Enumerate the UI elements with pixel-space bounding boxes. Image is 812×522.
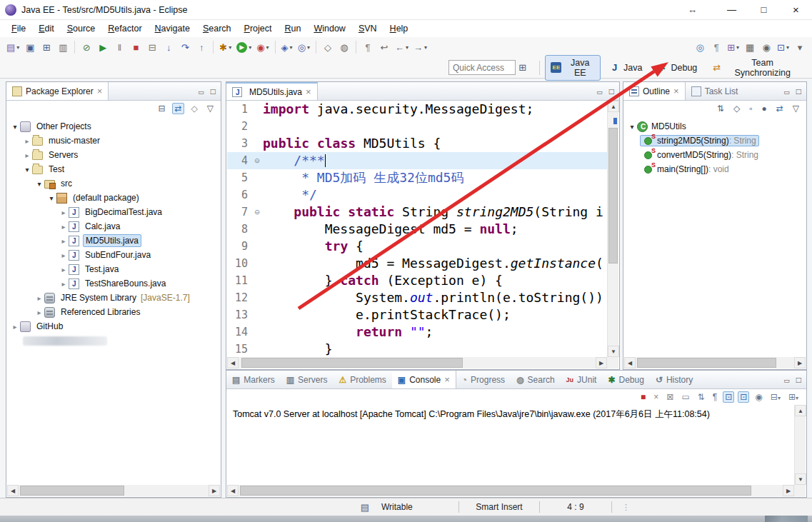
code-line-12[interactable]: 12 System.out.println(e.toString()) bbox=[227, 289, 607, 306]
scroll-right-icon[interactable] bbox=[794, 357, 806, 368]
close-icon[interactable] bbox=[673, 86, 679, 96]
tree-item-github[interactable]: ▸GitHub bbox=[7, 319, 220, 333]
close-button[interactable]: × bbox=[780, 0, 812, 19]
disconnect-icon[interactable]: ⊟ bbox=[144, 39, 160, 56]
expander-expanded-icon[interactable]: ▾ bbox=[34, 180, 44, 188]
close-icon[interactable] bbox=[97, 86, 103, 96]
remove-launch-icon[interactable]: × bbox=[651, 391, 661, 403]
new-icon[interactable]: ▤▾ bbox=[4, 39, 21, 56]
last-edit-location-icon[interactable]: ↩ bbox=[376, 39, 392, 56]
perspective-team-synchronizing[interactable]: Team Synchronizing bbox=[706, 55, 805, 81]
expander-collapsed-icon[interactable]: ▸ bbox=[59, 223, 69, 231]
menu-help[interactable]: Help bbox=[384, 21, 414, 36]
print-icon[interactable]: ▥ bbox=[55, 39, 71, 56]
outline-item-convertmd5-string[interactable]: convertMD5(String) : String bbox=[624, 148, 806, 162]
pin-console-icon[interactable]: ◉ bbox=[753, 391, 764, 403]
perspective-java[interactable]: Java bbox=[603, 59, 648, 76]
menu-source[interactable]: Source bbox=[61, 21, 101, 36]
maximize-button[interactable]: □ bbox=[748, 0, 780, 19]
step-return-icon[interactable]: ↑ bbox=[194, 39, 209, 56]
code-line-4[interactable]: 4⊖ /*** bbox=[227, 152, 607, 169]
tree-item-subendfour-java[interactable]: ▸SubEndFour.java bbox=[7, 248, 220, 262]
scroll-up-icon[interactable] bbox=[795, 405, 806, 416]
tree-item-referenced-libraries[interactable]: ▸Referenced Libraries bbox=[7, 305, 220, 319]
open-perspective-icon[interactable] bbox=[516, 59, 533, 76]
remove-all-terminated-icon[interactable]: ⊠ bbox=[664, 391, 676, 403]
minimize-view-icon[interactable] bbox=[596, 86, 603, 96]
tree-item-src[interactable]: ▾src bbox=[7, 176, 220, 191]
outline-item-main-string[interactable]: main(String[]) : void bbox=[624, 162, 806, 176]
scroll-left-icon[interactable] bbox=[227, 485, 239, 496]
horizontal-scrollbar[interactable] bbox=[227, 485, 794, 496]
display-selected-console-icon[interactable]: ⊟▾ bbox=[768, 391, 783, 403]
code-line-2[interactable]: 2 bbox=[227, 118, 607, 135]
tree-item-servers[interactable]: ▸Servers bbox=[7, 148, 220, 162]
code-line-5[interactable]: 5 * MD5加码 生成32位md5码 bbox=[227, 169, 607, 186]
maximize-view-icon[interactable] bbox=[609, 86, 614, 96]
terminate-icon[interactable]: ■ bbox=[638, 391, 648, 403]
tree-item-other-projects[interactable]: ▾Other Projects bbox=[7, 119, 220, 134]
clear-console-icon[interactable]: ▭ bbox=[679, 391, 691, 403]
menu-navigate[interactable]: Navigate bbox=[149, 21, 196, 36]
new-java-ee-project-icon[interactable]: ⊞▾ bbox=[725, 39, 741, 56]
terminate-icon[interactable]: ■ bbox=[128, 39, 144, 56]
code-editor[interactable]: 1import java.security.MessageDigest;23pu… bbox=[227, 101, 607, 357]
hide-non-public-icon[interactable]: ● bbox=[759, 103, 768, 114]
tab-package-explorer[interactable]: Package Explorer bbox=[6, 82, 109, 100]
expander-collapsed-icon[interactable]: ▸ bbox=[22, 137, 32, 145]
code-line-7[interactable]: 7⊖ public static String string2MD5(Strin… bbox=[227, 204, 607, 221]
minimize-view-icon[interactable] bbox=[198, 86, 204, 96]
outline-item-md5utils[interactable]: ▾MD5Utils bbox=[624, 119, 806, 134]
console-tab-markers[interactable]: ▤Markers bbox=[226, 371, 281, 388]
collapse-all-icon[interactable]: ⊟ bbox=[156, 103, 167, 114]
expander-collapsed-icon[interactable]: ▸ bbox=[59, 266, 69, 273]
code-line-15[interactable]: 15 } bbox=[227, 341, 607, 357]
scrollbar-thumb[interactable] bbox=[241, 358, 463, 368]
new-web-wizard-icon[interactable]: ◈▾ bbox=[279, 39, 295, 56]
hide-fields-icon[interactable]: ◇ bbox=[731, 103, 742, 114]
palette-icon[interactable]: ▦ bbox=[742, 39, 758, 56]
expander-collapsed-icon[interactable]: ▸ bbox=[34, 294, 44, 302]
coverage-icon[interactable]: ◉▾ bbox=[254, 39, 271, 56]
menu-project[interactable]: Project bbox=[239, 21, 278, 36]
scrollbar-thumb[interactable] bbox=[608, 128, 618, 263]
filters-icon[interactable]: ◇ bbox=[189, 103, 200, 114]
tree-item-calc-java[interactable]: ▸Calc.java bbox=[7, 219, 220, 234]
tab-md5utils-java[interactable]: MD5Utils.java bbox=[226, 82, 318, 100]
sort-icon[interactable]: ⇅ bbox=[715, 103, 726, 114]
tree-item-test[interactable]: ▾Test bbox=[7, 162, 220, 176]
scroll-right-icon[interactable] bbox=[783, 485, 794, 496]
minimize-view-icon[interactable] bbox=[783, 86, 790, 96]
show-on-stderr-icon[interactable]: ⊡ bbox=[738, 391, 749, 403]
maximize-view-icon[interactable] bbox=[796, 86, 801, 96]
vertical-scrollbar[interactable] bbox=[607, 101, 618, 357]
vertical-scrollbar[interactable] bbox=[794, 405, 806, 485]
close-icon[interactable] bbox=[444, 374, 450, 385]
show-whitespace-icon[interactable]: ¶ bbox=[708, 39, 724, 56]
tree-item-jre-system-library[interactable]: ▸JRE System Library[JavaSE-1.7] bbox=[7, 291, 220, 305]
tree-item-music-master[interactable]: ▸music-master bbox=[7, 134, 220, 148]
menu-run[interactable]: Run bbox=[279, 21, 306, 36]
tree-item-redacted[interactable] bbox=[7, 333, 220, 348]
resume-icon[interactable]: ▶ bbox=[95, 39, 111, 56]
expander-collapsed-icon[interactable]: ▸ bbox=[59, 237, 69, 245]
back-icon[interactable]: ←▾ bbox=[393, 39, 411, 56]
console-tab-problems[interactable]: ⚠Problems bbox=[333, 371, 391, 388]
open-console-icon[interactable]: ⊞▾ bbox=[786, 391, 801, 403]
maximize-view-icon[interactable] bbox=[796, 375, 801, 385]
minimize-view-icon[interactable] bbox=[783, 375, 790, 385]
console-tab-console[interactable]: ▣Console bbox=[392, 371, 456, 388]
hide-static-icon[interactable]: ▫ bbox=[747, 103, 754, 114]
outline-item-string2md5-string[interactable]: string2MD5(String) : String bbox=[624, 134, 806, 148]
more-toolbar-items-icon[interactable]: ▾ bbox=[792, 39, 808, 56]
save-all-icon[interactable]: ⊞ bbox=[39, 39, 54, 56]
perspective-debug[interactable]: Debug bbox=[651, 59, 703, 76]
code-line-9[interactable]: 9 try { bbox=[227, 238, 607, 255]
close-icon[interactable] bbox=[306, 86, 311, 97]
fold-marker-icon[interactable]: ⊖ bbox=[251, 152, 263, 169]
horizontal-scrollbar[interactable] bbox=[624, 357, 806, 368]
scrollbar-thumb[interactable] bbox=[240, 486, 751, 496]
save-icon[interactable]: ▣ bbox=[22, 39, 38, 56]
scroll-down-icon[interactable] bbox=[608, 346, 619, 357]
expander-collapsed-icon[interactable]: ▸ bbox=[10, 323, 20, 331]
